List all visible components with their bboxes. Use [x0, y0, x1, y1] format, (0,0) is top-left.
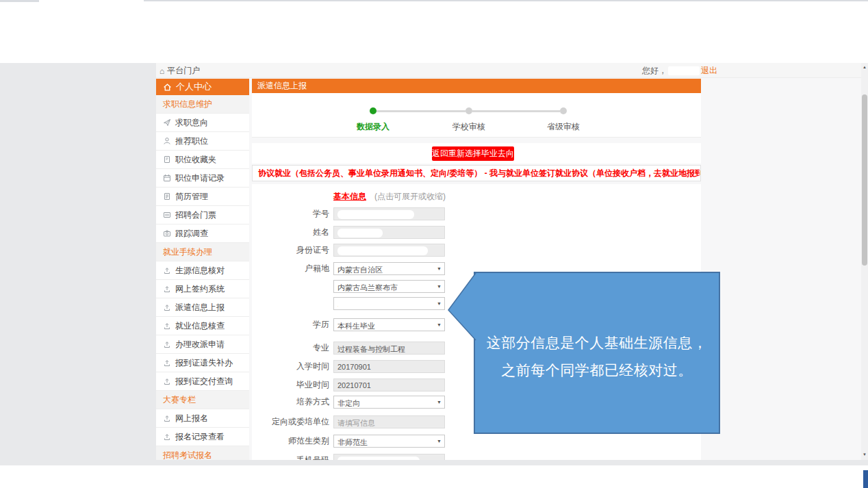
residence-province-select[interactable]: 内蒙古自治区▼: [333, 262, 445, 275]
sidebar-item-label: 生源信息核对: [175, 265, 225, 277]
sidebar-item-label: 报到证遗失补办: [175, 357, 233, 369]
sidebar-item-reassignment-application[interactable]: 办理改派申请: [156, 335, 249, 354]
targeted-training-unit-input[interactable]: 请填写信息: [333, 415, 445, 428]
sidebar-item-job-fair-tickets[interactable]: 招聘会门票: [156, 206, 249, 224]
sidebar-item-tracking-survey[interactable]: 跟踪调查: [156, 224, 249, 243]
sidebar-item-online-signing-system[interactable]: 网上签约系统: [156, 280, 249, 298]
sidebar-item-job-application-records[interactable]: 职位申请记录: [156, 169, 249, 188]
mobile-number-input[interactable]: [333, 454, 445, 460]
sidebar-item-recommended-jobs[interactable]: 推荐职位: [156, 132, 249, 151]
upload-icon: [163, 377, 171, 385]
page-title: 派遣信息上报: [252, 79, 701, 93]
sidebar-item-label: 报到证交付查询: [175, 376, 233, 387]
field-value: 过程装备与控制工程: [337, 344, 405, 355]
step-dot-province-review: [560, 107, 567, 114]
sidebar-item-job-intention[interactable]: 求职意向: [156, 114, 249, 132]
graduation-date-input[interactable]: 20210701: [333, 378, 445, 391]
sidebar-item-label: 招聘会门票: [175, 209, 216, 221]
taskbar-corner-sliver: [863, 470, 868, 488]
sidebar-item-job-favorites[interactable]: 职位收藏夹: [156, 151, 249, 169]
sidebar-item-label: 报名记录查看: [175, 431, 225, 443]
agreement-notice: 协议就业（包括公务员、事业单位录用通知书、定向/委培等） - 我与就业单位签订就…: [252, 165, 701, 181]
field-label-education-level: 学历: [252, 319, 333, 331]
sidebar-item-registration-record-view[interactable]: 报名记录查看: [156, 428, 249, 446]
scroll-down-icon[interactable]: ▼: [861, 450, 868, 459]
portal-link[interactable]: ⌂ 平台门户: [159, 65, 200, 77]
dropdown-arrow-icon: ▼: [437, 284, 442, 290]
upload-icon: [163, 303, 171, 311]
sidebar-item-label: 职位申请记录: [175, 172, 225, 184]
sidebar-item-resume-management[interactable]: 简历管理: [156, 188, 249, 206]
step-label-school-review: 学校审核: [435, 121, 503, 133]
step-dot-school-review: [465, 107, 472, 114]
callout-tail: [445, 270, 476, 346]
enrollment-date-input[interactable]: 20170901: [333, 360, 445, 373]
upload-icon: [163, 322, 171, 330]
sidebar-item-label: 网上签约系统: [175, 283, 225, 295]
sidebar-item-employment-info-check[interactable]: 就业信息核查: [156, 317, 249, 335]
scroll-up-icon[interactable]: ▲: [861, 63, 868, 71]
sidebar-item-report-card-loss-reissue[interactable]: 报到证遗失补办: [156, 354, 249, 372]
field-label-training-mode: 培养方式: [252, 396, 333, 408]
doc-edit-icon: [163, 155, 171, 164]
back-reselect-destination-button[interactable]: 返回重新选择毕业去向: [432, 146, 514, 161]
form-row-id-number: 身份证号: [252, 244, 701, 257]
upload-icon: [163, 340, 171, 348]
step-dot-data-entry: [370, 107, 376, 114]
calendar-icon: [163, 174, 171, 182]
dropdown-arrow-icon: ▼: [437, 400, 442, 405]
student-name-input[interactable]: [333, 226, 445, 239]
greeting-text: 您好，: [642, 65, 667, 77]
redaction-blob: [337, 300, 413, 309]
sidebar-item-label: 跟踪调查: [175, 228, 208, 240]
normal-student-type-select[interactable]: 非师范生▼: [333, 435, 445, 448]
student-id-input[interactable]: [333, 207, 445, 220]
sidebar-section-recruitment-exam-registration: 招聘考试报名: [156, 446, 249, 460]
basic-info-toggle[interactable]: 基本信息: [333, 191, 366, 203]
dropdown-arrow-icon: ▼: [437, 439, 442, 444]
sidebar-item-source-info-check[interactable]: 生源信息核对: [156, 261, 249, 280]
dropdown-arrow-icon: ▼: [437, 266, 442, 272]
sidebar-item-label: 简历管理: [175, 191, 208, 203]
sidebar-header-personal-center[interactable]: 个人中心: [156, 79, 249, 95]
redaction-blob: [337, 457, 420, 460]
major-input[interactable]: 过程装备与控制工程: [333, 342, 445, 355]
sidebar-item-label: 职位收藏夹: [175, 154, 216, 166]
user-icon: [163, 137, 171, 145]
sidebar-item-label: 就业手续办理: [163, 246, 212, 258]
upload-icon: [163, 433, 171, 441]
residence-city-select[interactable]: 内蒙古乌兰察布市▼: [333, 280, 445, 293]
field-label-mobile-number: 手机号码: [252, 454, 333, 460]
logout-link[interactable]: 退出: [701, 65, 717, 77]
field-label-id-number: 身份证号: [252, 244, 333, 256]
sidebar-item-online-registration[interactable]: 网上报名: [156, 409, 249, 428]
ticket-icon: [163, 211, 171, 219]
upload-icon: [163, 359, 171, 367]
field-value: 20210701: [337, 381, 371, 389]
id-number-input[interactable]: [333, 244, 445, 257]
step-label-data-entry: 数据录入: [339, 121, 407, 133]
vertical-scrollbar[interactable]: ▲ ▼: [861, 63, 868, 460]
field-value: 本科生毕业: [337, 321, 375, 331]
sidebar-section-job-info-maintain: 求职信息维护: [156, 95, 249, 114]
form-row-student-id: 学号: [252, 207, 701, 220]
topbar: ⌂ 平台门户 您好， 退出: [156, 63, 861, 78]
scrollbar-thumb[interactable]: [862, 94, 867, 266]
home-icon: ⌂: [159, 66, 164, 76]
residence-county-select[interactable]: .▼: [333, 297, 445, 310]
field-label-student-name: 姓名: [252, 227, 333, 238]
sidebar-item-dispatch-info-report[interactable]: 派遣信息上报: [156, 298, 249, 317]
screen: ⌂ 平台门户 您好， 退出 个人中心 求职信息维护求职意向推荐职位职位收藏夹职位…: [0, 0, 868, 488]
sidebar-list: 求职信息维护求职意向推荐职位职位收藏夹职位申请记录简历管理招聘会门票跟踪调查就业…: [156, 95, 249, 460]
callout-text: 这部分信息是个人基础生源信息， 之前每个同学都已经核对过。: [475, 329, 719, 384]
window-edge-left: [0, 0, 39, 2]
username-redaction-blob: [668, 66, 700, 75]
field-label-residence-province: 户籍地: [252, 263, 333, 274]
sidebar-item-label: 招聘考试报名: [163, 450, 212, 461]
education-level-select[interactable]: 本科生毕业▼: [333, 318, 445, 331]
field-label-major: 专业: [252, 342, 333, 354]
camera-icon: [163, 229, 171, 237]
sidebar-item-report-card-delivery-query[interactable]: 报到证交付查询: [156, 372, 249, 391]
training-mode-select[interactable]: 非定向▼: [333, 396, 445, 409]
field-label-graduation-date: 毕业时间: [252, 379, 333, 391]
